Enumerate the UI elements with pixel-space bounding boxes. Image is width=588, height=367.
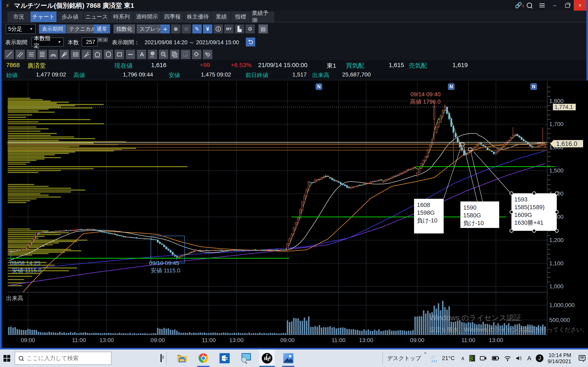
quote-label: 売気配 [409,62,427,70]
toolbar-button-表示期間[interactable]: 表示期間 [39,25,66,33]
menu-icon[interactable] [536,0,548,11]
svg-text:11:00: 11:00 [202,337,216,343]
svg-text:負け-10: 負け-10 [463,220,484,226]
notification-icon[interactable] [577,350,588,367]
area-chart-icon[interactable]: ▙ [235,25,244,33]
minimize-button[interactable]: – [548,0,561,11]
copy-object-icon[interactable] [170,50,179,59]
h-lines-3-icon[interactable] [26,50,36,59]
svg-text:09:00: 09:00 [410,337,424,343]
svg-text:09:00: 09:00 [150,337,165,343]
time-cycle-icon[interactable] [159,50,168,59]
tab-10[interactable]: 指標 [231,11,250,22]
period-mode-dropdown[interactable]: 本数指定▼ [31,38,64,47]
tab-9[interactable]: 業績 [212,11,231,22]
chart-area[interactable]: 1,8001,7001,6001,5001,4001,3001,2001,100… [3,81,588,348]
yen-icon[interactable]: ¥ [203,25,212,33]
quote-value: 21/09/14 15:00:00 [258,62,307,68]
my-chart-icon[interactable]: MY [224,25,233,33]
ohlc-label: 前日終値 [245,71,268,79]
tab-6[interactable]: 適時開示 [133,11,161,22]
tab-5[interactable]: 時系列 [110,11,133,22]
tab-11[interactable]: 業績予測 [250,11,275,22]
h-segment-icon[interactable] [126,50,135,59]
svg-text:11:00: 11:00 [72,337,86,343]
search-input[interactable] [26,355,104,362]
weather-widget[interactable]: 21°C [429,353,455,363]
tab-2[interactable]: チャート [30,11,57,22]
bar-count-input[interactable]: 257 [82,38,98,47]
interval-dropdown[interactable]: 5分足▼ [6,24,35,34]
candlestick-chart[interactable]: 1,8001,7001,6001,5001,4001,3001,2001,100… [3,81,588,348]
svg-text:09:00: 09:00 [280,337,295,343]
count-up-spinner[interactable]: ▲ [103,38,108,42]
tab-8[interactable]: 株主優待 [184,11,212,22]
magnifier-app-icon[interactable] [238,350,254,367]
text-a-icon[interactable]: A [137,50,146,59]
hand-drag-icon[interactable] [181,50,190,59]
quote-value: 1,615 [389,62,404,68]
wrench-icon[interactable]: ⚙ [245,25,255,33]
photos-icon[interactable] [281,350,296,367]
rectangle-icon[interactable] [115,50,124,59]
svg-text:13:00: 13:00 [489,337,503,343]
info-icon[interactable]: ⓘ [214,25,223,33]
tab-7[interactable]: 四季報 [161,11,184,22]
quote-value: +99 [200,62,210,68]
task-view-icon[interactable] [160,355,162,362]
trend-line-icon[interactable] [4,50,14,59]
clock[interactable]: 10:14 PM 9/14/2021 [548,352,571,364]
taskbar-search[interactable] [15,352,112,365]
link-group-icon[interactable]: 🔗1 [515,2,523,9]
battery-icon[interactable] [491,355,499,361]
h-lines-4-icon[interactable] [38,50,47,59]
ime-alpha-icon[interactable]: A [527,355,531,362]
wifi-icon[interactable] [504,355,511,361]
svg-text:1608: 1608 [417,202,430,208]
desktop-toolbar[interactable]: デスクトップ» [387,355,421,362]
ime-mode-icon[interactable]: J [536,354,544,362]
ohlc-label: 出来高 [312,71,329,79]
fibonacci-arc-icon[interactable] [49,50,58,59]
tab-1[interactable]: 市況 [7,11,30,22]
zoom-out-icon[interactable]: ⊖ [182,25,191,33]
count-down-spinner[interactable]: ▼ [98,38,103,42]
chart-note-box: 15901580G負け-10 [460,201,499,228]
led-status-icon[interactable] [469,355,475,362]
eraser-text-icon[interactable]: A [203,50,212,59]
stock-code: 7868 [6,62,20,68]
toolbar-button-通常[interactable]: 通常 [94,25,110,33]
speed-lines-icon[interactable] [82,50,91,59]
svg-text:1,000,000: 1,000,000 [549,302,575,308]
volume-icon[interactable] [516,355,523,361]
tab-3[interactable]: 歩み値 [57,11,84,22]
return-arrow-icon[interactable]: ⮌ [246,38,255,47]
ellipse-icon[interactable] [104,50,113,59]
quote-value: 1,619 [452,62,468,68]
crosshair-icon[interactable]: ＋ [160,25,170,33]
fan-lines-icon[interactable] [60,50,69,59]
zoom-in-icon[interactable]: ⊕ [171,25,181,33]
restore-button[interactable] [561,0,574,11]
pencil-icon[interactable]: ✎ [192,25,202,33]
chrome-icon[interactable] [196,350,211,367]
marketspeed-icon[interactable]: R [259,350,275,367]
v-lines-icon[interactable] [71,50,80,59]
file-explorer-icon[interactable] [174,350,190,367]
pentagon-icon[interactable] [93,50,102,59]
hidden-icons-caret[interactable]: ∧ [461,355,465,361]
start-button[interactable] [0,350,13,367]
icon-stamp-icon[interactable]: icon [148,50,157,59]
movies-app-icon[interactable]: 12:30 [217,350,232,367]
close-button[interactable]: × [574,0,586,11]
parallel-lines-icon[interactable] [16,50,25,59]
svg-text:1,200: 1,200 [549,237,563,243]
titlebar-search-icon[interactable] [523,0,536,11]
tab-4[interactable]: ニュース [84,11,110,22]
screen-record-icon[interactable] [480,355,487,361]
toolbar-button-指数化[interactable]: 指数化 [113,25,135,33]
search-icon [19,356,23,360]
eraser-icon[interactable] [192,50,201,59]
chart-note-box: 15931585(1589)1609G1630勝+41 [510,192,558,233]
print-icon[interactable]: ▤ [259,25,268,33]
